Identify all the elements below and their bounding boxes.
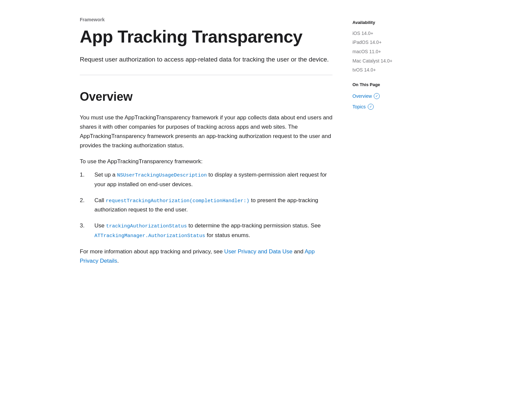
step-3-content: Use trackingAuthorizationStatus to deter… xyxy=(94,221,332,240)
ns-user-tracking-link[interactable]: NSUserTrackingUsageDescription xyxy=(117,173,207,178)
availability-tvos: tvOS 14.0+ xyxy=(352,67,426,73)
sidebar: Availability iOS 14.0+ iPadOS 14.0+ macO… xyxy=(352,16,426,266)
toc-topics[interactable]: Topics ✓ xyxy=(352,103,426,110)
final-note-end: . xyxy=(117,258,119,264)
availability-heading: Availability xyxy=(352,19,426,26)
page-wrapper: Framework App Tracking Transparency Requ… xyxy=(66,0,466,282)
step-3-text-after2: for status enums. xyxy=(205,232,250,238)
step-3-text-before: Use xyxy=(94,222,106,229)
intro-list-label: To use the AppTrackingTransparency frame… xyxy=(80,157,332,166)
availability-section: Availability iOS 14.0+ iPadOS 14.0+ macO… xyxy=(352,19,426,73)
overview-body: You must use the AppTrackingTransparency… xyxy=(80,113,332,150)
tracking-auth-status-link[interactable]: trackingAuthorizationStatus xyxy=(106,223,187,229)
final-note: For more information about app tracking … xyxy=(80,247,332,266)
step-2-text-before: Call xyxy=(94,197,106,203)
toc-overview-label: Overview xyxy=(352,92,372,100)
availability-ipados: iPadOS 14.0+ xyxy=(352,39,426,46)
toc-overview[interactable]: Overview ✓ xyxy=(352,92,426,100)
step-1: Set up a NSUserTrackingUsageDescription … xyxy=(80,170,332,189)
availability-macos: macOS 11.0+ xyxy=(352,49,426,55)
availability-mac-catalyst: Mac Catalyst 14.0+ xyxy=(352,58,426,65)
section-divider xyxy=(80,75,332,75)
main-content: Framework App Tracking Transparency Requ… xyxy=(80,16,352,266)
on-this-page-section: On This Page Overview ✓ Topics ✓ xyxy=(352,81,426,111)
step-3: Use trackingAuthorizationStatus to deter… xyxy=(80,221,332,240)
request-tracking-link[interactable]: requestTrackingAuthorization(completionH… xyxy=(106,198,249,204)
final-note-and: and xyxy=(292,248,305,255)
overview-heading: Overview xyxy=(80,87,332,106)
step-1-text-before: Set up a xyxy=(94,172,117,178)
step-2: Call requestTrackingAuthorization(comple… xyxy=(80,196,332,215)
step-2-content: Call requestTrackingAuthorization(comple… xyxy=(94,196,332,215)
steps-list: Set up a NSUserTrackingUsageDescription … xyxy=(80,170,332,240)
step-3-text-after: to determine the app-tracking permission… xyxy=(187,222,321,229)
topics-checkmark-icon: ✓ xyxy=(368,104,374,110)
step-1-content: Set up a NSUserTrackingUsageDescription … xyxy=(94,170,332,189)
toc-topics-label: Topics xyxy=(352,103,366,110)
user-privacy-link[interactable]: User Privacy and Data Use xyxy=(224,248,292,255)
framework-label: Framework xyxy=(80,16,332,23)
overview-checkmark-icon: ✓ xyxy=(374,93,380,99)
at-tracking-manager-link[interactable]: ATTrackingManager.AuthorizationStatus xyxy=(94,233,205,239)
on-this-page-heading: On This Page xyxy=(352,81,426,88)
page-title: App Tracking Transparency xyxy=(80,27,332,46)
description: Request user authorization to access app… xyxy=(80,55,332,64)
availability-ios: iOS 14.0+ xyxy=(352,30,426,37)
final-note-before: For more information about app tracking … xyxy=(80,248,224,255)
